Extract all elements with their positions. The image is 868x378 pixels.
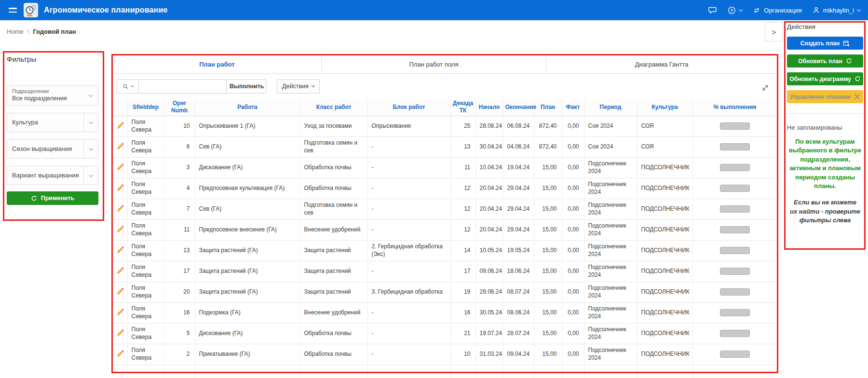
- tab-plan-works[interactable]: План работ: [113, 55, 322, 73]
- cell-cls: Защита растений: [300, 282, 367, 302]
- tab-field-plan-works[interactable]: План работ поля: [322, 55, 546, 73]
- col-culture[interactable]: Культура: [637, 99, 692, 116]
- breadcrumb-home[interactable]: Home: [7, 28, 24, 35]
- cell-block: Опрыскивание: [367, 116, 450, 136]
- refresh-diagram-button[interactable]: Обновить диаграмму: [787, 72, 863, 85]
- col-decade[interactable]: Декада ТК: [450, 99, 475, 116]
- filters-title: Фильтры: [7, 55, 100, 63]
- progress-bar: [720, 330, 750, 337]
- help-icon[interactable]: ?: [728, 6, 742, 14]
- pencil-icon: [116, 184, 124, 192]
- cell-period: Подсолнечник 2024: [584, 344, 637, 364]
- cell-period: Подсолнечник 2024: [584, 199, 637, 219]
- search-options-button[interactable]: [117, 79, 139, 94]
- maximize-icon[interactable]: [761, 84, 769, 93]
- chat-icon[interactable]: [708, 6, 717, 14]
- manage-plans-button[interactable]: Управление планами: [787, 90, 863, 103]
- cell-start: 20.04.24: [475, 178, 503, 199]
- app-header: Агрономическое планирование ? Организаци…: [0, 0, 868, 20]
- refresh-icon: [846, 58, 852, 64]
- col-work-class[interactable]: Класс работ: [300, 99, 367, 116]
- edit-row-button[interactable]: [113, 199, 127, 219]
- cell-start: 30.04.24: [475, 136, 503, 157]
- completion-cell: [692, 136, 777, 157]
- refresh-plan-button[interactable]: Обновить план: [787, 54, 863, 68]
- cell-block: -: [367, 199, 450, 219]
- cell-plan: 15,00: [534, 199, 562, 219]
- col-plan[interactable]: План: [534, 99, 562, 116]
- culture-select[interactable]: Культура: [7, 113, 98, 132]
- edit-row-button[interactable]: [113, 261, 127, 282]
- col-work[interactable]: Работа: [195, 99, 300, 116]
- table-row: Поля Севера17Защита растений (ГА)Защита …: [113, 261, 777, 282]
- cell-cls: Подготовка семян и сев: [300, 199, 367, 219]
- app-logo: [24, 3, 38, 17]
- cell-cls: Защита растений: [300, 261, 367, 282]
- cell-culture: ПОДСОЛНЕЧНИК: [637, 240, 692, 261]
- edit-row-button[interactable]: [113, 344, 127, 364]
- actions-menu-button[interactable]: Действия: [277, 79, 320, 94]
- completion-cell: [692, 116, 777, 136]
- cell-decade: 12: [450, 219, 475, 240]
- table-row: Поля Севера16Подкормка (ГА)Внесение удоб…: [113, 302, 777, 323]
- cell-period: Подсолнечник 2024: [584, 157, 637, 178]
- edit-row-button[interactable]: [113, 282, 127, 302]
- cell-end: 19.04.24: [503, 157, 534, 178]
- col-sfielddep[interactable]: Sfielddep: [127, 99, 164, 116]
- cell-dep: Поля Севера: [127, 178, 164, 199]
- username: mikhaylin_i: [823, 7, 854, 14]
- search-icon: [122, 83, 129, 90]
- cell-cls: Внесение удобрений: [300, 302, 367, 323]
- empty-cell: [300, 364, 367, 378]
- cell-block: -: [367, 219, 450, 240]
- progress-bar: [720, 164, 750, 171]
- cell-decade: 14: [450, 240, 475, 261]
- cell-block: -: [367, 302, 450, 323]
- search-input[interactable]: [139, 79, 227, 94]
- apply-filters-button[interactable]: Применить: [7, 191, 98, 205]
- cell-period: Подсолнечник 2024: [584, 302, 637, 323]
- col-work-block[interactable]: Блок работ: [367, 99, 450, 116]
- edit-row-button[interactable]: [113, 302, 127, 323]
- variant-select[interactable]: Вариант выращивания: [7, 166, 98, 185]
- go-button[interactable]: Выполнить: [227, 79, 266, 94]
- pencil-icon: [116, 309, 124, 317]
- cell-start: 09.06.24: [475, 261, 503, 282]
- cell-end: 08.07.24: [503, 282, 534, 302]
- cell-work: Сев (ГА): [195, 136, 300, 157]
- col-period[interactable]: Период: [584, 99, 637, 116]
- cell-decade: 12: [450, 178, 475, 199]
- cell-plan: 872,40: [534, 136, 562, 157]
- col-fact[interactable]: Факт: [562, 99, 584, 116]
- edit-row-button[interactable]: [113, 240, 127, 261]
- cell-oper: 13: [164, 240, 195, 261]
- col-start[interactable]: Начало: [475, 99, 503, 116]
- table-row: Поля Севера6Сев (ГА)Подготовка семян и с…: [113, 136, 777, 157]
- collapse-panel-button[interactable]: >: [765, 22, 783, 41]
- col-oper-numb[interactable]: Oper Numb: [164, 99, 195, 116]
- menu-icon[interactable]: [8, 6, 18, 14]
- refresh-icon: [31, 195, 37, 202]
- cell-culture: ПОДСОЛНЕЧНИК: [637, 157, 692, 178]
- edit-row-button[interactable]: [113, 157, 127, 178]
- progress-bar: [720, 122, 750, 130]
- edit-row-button[interactable]: [113, 219, 127, 240]
- switch-organization-button[interactable]: Организация: [753, 7, 801, 14]
- empty-cell: [450, 364, 475, 378]
- user-menu-button[interactable]: mikhaylin_i: [813, 6, 860, 14]
- cell-plan: 15,00: [534, 178, 562, 199]
- cell-start: 20.04.24: [475, 199, 503, 219]
- season-select[interactable]: Сезон выращивания: [7, 139, 98, 159]
- cell-cls: Обработка почвы: [300, 178, 367, 199]
- edit-row-button[interactable]: [113, 323, 127, 344]
- edit-row-button[interactable]: [113, 116, 127, 136]
- col-completion[interactable]: % выполнения: [692, 99, 777, 116]
- cell-block: -: [367, 344, 450, 364]
- col-end[interactable]: Окончание: [503, 99, 534, 116]
- edit-row-button[interactable]: [113, 178, 127, 199]
- department-select[interactable]: Подразделение Все подразделения: [7, 85, 98, 106]
- edit-row-button[interactable]: [113, 136, 127, 157]
- create-plan-button[interactable]: Создать план: [787, 37, 863, 50]
- tab-gantt-diagram[interactable]: Диаграмма Гантта: [546, 55, 777, 73]
- cell-culture: ПОДСОЛНЕЧНИК: [637, 282, 692, 302]
